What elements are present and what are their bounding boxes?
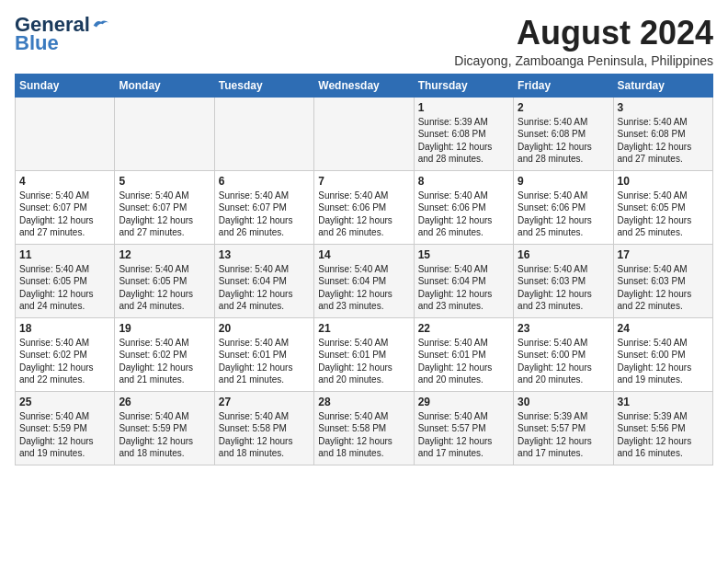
weekday-header-thursday: Thursday [414,74,513,97]
day-info: Sunrise: 5:40 AM Sunset: 6:05 PM Dayligh… [19,263,110,313]
weekday-header-wednesday: Wednesday [314,74,414,97]
calendar-cell [314,97,414,170]
logo-bird-icon [92,17,110,32]
day-number: 1 [418,101,509,114]
calendar-cell: 26Sunrise: 5:40 AM Sunset: 5:59 PM Dayli… [115,391,214,465]
day-number: 6 [219,175,310,188]
day-number: 29 [418,396,509,408]
calendar-cell: 8Sunrise: 5:40 AM Sunset: 6:06 PM Daylig… [414,170,513,244]
calendar-cell: 22Sunrise: 5:40 AM Sunset: 6:01 PM Dayli… [414,317,513,391]
calendar-cell: 4Sunrise: 5:40 AM Sunset: 6:07 PM Daylig… [16,170,115,244]
logo-blue-text: Blue [15,31,59,55]
calendar-cell [214,97,313,170]
logo: General Blue [15,15,110,55]
day-info: Sunrise: 5:40 AM Sunset: 5:59 PM Dayligh… [19,410,110,460]
calendar-cell: 23Sunrise: 5:40 AM Sunset: 6:00 PM Dayli… [514,317,613,391]
calendar-cell: 31Sunrise: 5:39 AM Sunset: 5:56 PM Dayli… [613,391,712,465]
day-info: Sunrise: 5:40 AM Sunset: 6:03 PM Dayligh… [618,263,709,313]
day-info: Sunrise: 5:40 AM Sunset: 6:06 PM Dayligh… [318,190,409,239]
weekday-header-sunday: Sunday [16,74,115,97]
calendar-cell: 29Sunrise: 5:40 AM Sunset: 5:57 PM Dayli… [414,391,513,465]
day-number: 9 [518,175,609,188]
calendar-week-row: 11Sunrise: 5:40 AM Sunset: 6:05 PM Dayli… [16,244,713,317]
header: General Blue August 2024 Dicayong, Zambo… [15,15,713,68]
day-number: 30 [518,396,609,408]
subtitle: Dicayong, Zamboanga Peninsula, Philippin… [454,53,713,68]
day-number: 28 [318,396,409,408]
day-info: Sunrise: 5:40 AM Sunset: 5:58 PM Dayligh… [318,410,409,460]
day-number: 2 [518,101,609,114]
calendar-cell: 16Sunrise: 5:40 AM Sunset: 6:03 PM Dayli… [514,244,613,317]
day-info: Sunrise: 5:39 AM Sunset: 5:57 PM Dayligh… [518,410,609,460]
day-info: Sunrise: 5:39 AM Sunset: 6:08 PM Dayligh… [418,116,509,166]
day-info: Sunrise: 5:40 AM Sunset: 5:59 PM Dayligh… [119,410,210,460]
day-info: Sunrise: 5:40 AM Sunset: 6:08 PM Dayligh… [618,116,709,166]
calendar-week-row: 1Sunrise: 5:39 AM Sunset: 6:08 PM Daylig… [16,97,713,170]
day-info: Sunrise: 5:40 AM Sunset: 6:04 PM Dayligh… [318,263,409,313]
calendar-cell: 5Sunrise: 5:40 AM Sunset: 6:07 PM Daylig… [115,170,214,244]
calendar-cell: 28Sunrise: 5:40 AM Sunset: 5:58 PM Dayli… [314,391,414,465]
day-number: 26 [119,396,210,408]
day-info: Sunrise: 5:40 AM Sunset: 6:00 PM Dayligh… [618,337,709,386]
day-number: 8 [418,175,509,188]
calendar-cell: 2Sunrise: 5:40 AM Sunset: 6:08 PM Daylig… [514,97,613,170]
weekday-header-tuesday: Tuesday [214,74,313,97]
weekday-header-monday: Monday [115,74,214,97]
weekday-header-saturday: Saturday [613,74,712,97]
day-info: Sunrise: 5:40 AM Sunset: 6:06 PM Dayligh… [518,190,609,239]
day-info: Sunrise: 5:40 AM Sunset: 6:00 PM Dayligh… [518,337,609,386]
day-info: Sunrise: 5:40 AM Sunset: 6:02 PM Dayligh… [19,337,110,386]
day-info: Sunrise: 5:40 AM Sunset: 6:05 PM Dayligh… [618,190,709,239]
day-number: 17 [618,248,709,261]
calendar-cell: 10Sunrise: 5:40 AM Sunset: 6:05 PM Dayli… [613,170,712,244]
calendar-cell: 12Sunrise: 5:40 AM Sunset: 6:05 PM Dayli… [115,244,214,317]
calendar-cell: 30Sunrise: 5:39 AM Sunset: 5:57 PM Dayli… [514,391,613,465]
day-number: 11 [19,248,110,261]
day-info: Sunrise: 5:40 AM Sunset: 6:07 PM Dayligh… [119,190,210,239]
day-info: Sunrise: 5:40 AM Sunset: 6:04 PM Dayligh… [418,263,509,313]
calendar-cell: 27Sunrise: 5:40 AM Sunset: 5:58 PM Dayli… [214,391,313,465]
calendar-week-row: 4Sunrise: 5:40 AM Sunset: 6:07 PM Daylig… [16,170,713,244]
day-number: 21 [318,322,409,335]
calendar-cell: 11Sunrise: 5:40 AM Sunset: 6:05 PM Dayli… [16,244,115,317]
day-info: Sunrise: 5:40 AM Sunset: 6:07 PM Dayligh… [219,190,310,239]
day-info: Sunrise: 5:40 AM Sunset: 6:04 PM Dayligh… [219,263,310,313]
calendar-cell: 1Sunrise: 5:39 AM Sunset: 6:08 PM Daylig… [414,97,513,170]
day-info: Sunrise: 5:40 AM Sunset: 6:07 PM Dayligh… [19,190,110,239]
calendar-cell: 9Sunrise: 5:40 AM Sunset: 6:06 PM Daylig… [514,170,613,244]
day-number: 15 [418,248,509,261]
day-number: 31 [618,396,709,408]
calendar-cell: 7Sunrise: 5:40 AM Sunset: 6:06 PM Daylig… [314,170,414,244]
calendar-cell: 20Sunrise: 5:40 AM Sunset: 6:01 PM Dayli… [214,317,313,391]
month-title: August 2024 [454,15,713,52]
day-info: Sunrise: 5:40 AM Sunset: 6:03 PM Dayligh… [518,263,609,313]
day-number: 20 [219,322,310,335]
calendar-cell: 17Sunrise: 5:40 AM Sunset: 6:03 PM Dayli… [613,244,712,317]
day-info: Sunrise: 5:40 AM Sunset: 6:05 PM Dayligh… [119,263,210,313]
calendar-cell: 13Sunrise: 5:40 AM Sunset: 6:04 PM Dayli… [214,244,313,317]
day-number: 18 [19,322,110,335]
day-info: Sunrise: 5:40 AM Sunset: 6:06 PM Dayligh… [418,190,509,239]
calendar-week-row: 25Sunrise: 5:40 AM Sunset: 5:59 PM Dayli… [16,391,713,465]
calendar-week-row: 18Sunrise: 5:40 AM Sunset: 6:02 PM Dayli… [16,317,713,391]
day-info: Sunrise: 5:40 AM Sunset: 6:01 PM Dayligh… [219,337,310,386]
calendar-cell: 6Sunrise: 5:40 AM Sunset: 6:07 PM Daylig… [214,170,313,244]
day-number: 10 [618,175,709,188]
calendar: SundayMondayTuesdayWednesdayThursdayFrid… [15,74,713,465]
day-number: 23 [518,322,609,335]
calendar-cell: 15Sunrise: 5:40 AM Sunset: 6:04 PM Dayli… [414,244,513,317]
weekday-header-row: SundayMondayTuesdayWednesdayThursdayFrid… [16,74,713,97]
calendar-cell: 3Sunrise: 5:40 AM Sunset: 6:08 PM Daylig… [613,97,712,170]
day-number: 16 [518,248,609,261]
day-info: Sunrise: 5:39 AM Sunset: 5:56 PM Dayligh… [618,410,709,460]
calendar-cell: 24Sunrise: 5:40 AM Sunset: 6:00 PM Dayli… [613,317,712,391]
day-number: 7 [318,175,409,188]
day-number: 25 [19,396,110,408]
calendar-cell: 14Sunrise: 5:40 AM Sunset: 6:04 PM Dayli… [314,244,414,317]
day-info: Sunrise: 5:40 AM Sunset: 6:01 PM Dayligh… [318,337,409,386]
day-number: 3 [618,101,709,114]
calendar-cell [16,97,115,170]
day-number: 22 [418,322,509,335]
calendar-cell: 25Sunrise: 5:40 AM Sunset: 5:59 PM Dayli… [16,391,115,465]
calendar-cell: 19Sunrise: 5:40 AM Sunset: 6:02 PM Dayli… [115,317,214,391]
